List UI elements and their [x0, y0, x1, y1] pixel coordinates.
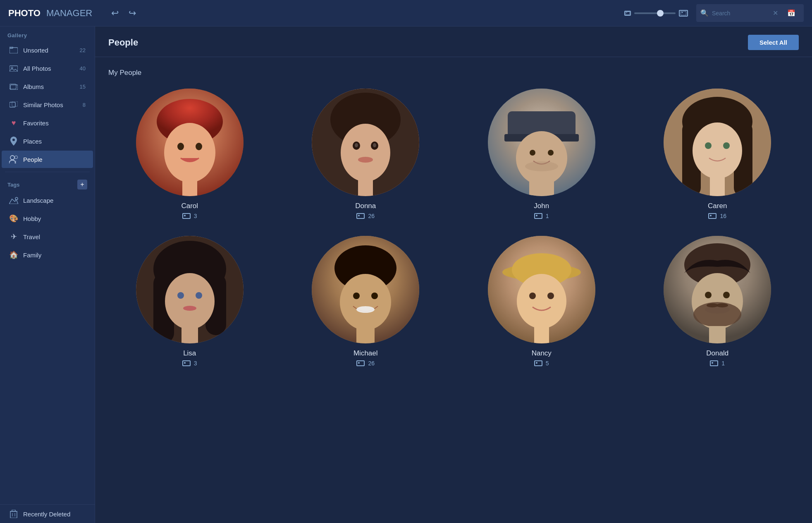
- person-info-nancy: Nancy 5: [532, 349, 552, 367]
- svg-point-48: [693, 122, 742, 179]
- person-count-nancy: 5: [534, 360, 549, 367]
- search-input[interactable]: [712, 10, 768, 17]
- sidebar-item-travel-label: Travel: [23, 233, 86, 240]
- svg-point-49: [705, 142, 712, 149]
- hobby-icon: 🎨: [9, 214, 18, 223]
- sidebar-item-people-label: People: [23, 156, 86, 163]
- person-info-lisa: Lisa 3: [182, 349, 197, 367]
- svg-rect-26: [182, 175, 197, 196]
- avatar-donna: [312, 89, 419, 196]
- sidebar-item-all-photos-label: All Photos: [23, 65, 75, 72]
- svg-rect-60: [182, 325, 198, 343]
- svg-point-40: [530, 150, 535, 156]
- undo-button[interactable]: ↩: [109, 6, 121, 20]
- svg-point-42: [525, 161, 558, 171]
- svg-point-71: [517, 274, 566, 329]
- sidebar-item-hobby[interactable]: 🎨 Hobby: [2, 210, 93, 227]
- svg-point-65: [371, 293, 378, 299]
- person-count-carol: 3: [182, 213, 197, 219]
- photo-icon: [182, 360, 191, 366]
- svg-point-24: [177, 143, 184, 150]
- sidebar-item-travel[interactable]: ✈ Travel: [2, 228, 93, 245]
- sidebar-item-unsorted[interactable]: Unsorted 22: [2, 41, 93, 59]
- sidebar-item-recently-deleted[interactable]: Recently Deleted: [2, 505, 93, 523]
- person-card-caren[interactable]: Caren 16: [636, 89, 799, 219]
- zoom-control: [624, 10, 688, 17]
- person-name-john: John: [534, 202, 549, 210]
- undo-redo-group: ↩ ↪: [109, 6, 139, 20]
- photo-icon: [534, 213, 542, 219]
- albums-icon: [9, 82, 18, 91]
- person-card-lisa[interactable]: Lisa 3: [108, 236, 271, 367]
- photo-icon: [708, 213, 716, 219]
- photo-icon: [182, 213, 191, 219]
- tags-add-button[interactable]: +: [77, 180, 87, 190]
- person-name-caren: Caren: [708, 202, 727, 210]
- person-card-nancy[interactable]: Nancy 5: [460, 236, 623, 367]
- person-count-john: 1: [534, 213, 549, 219]
- sidebar-item-all-photos-count: 40: [80, 65, 86, 72]
- person-card-carol[interactable]: Carol 3: [108, 89, 271, 219]
- content-area: People Select All My People: [95, 26, 812, 523]
- logo-manager: MANAGER: [46, 8, 92, 19]
- person-count-lisa: 3: [182, 360, 197, 367]
- count-value: 16: [720, 213, 726, 219]
- zoom-large-icon: [679, 10, 688, 17]
- person-name-donna: Donna: [355, 202, 376, 210]
- person-count-donna: 26: [356, 213, 375, 219]
- avatar-caren: [664, 89, 771, 196]
- landscape-icon: [9, 196, 18, 205]
- sidebar-item-similar-photos[interactable]: Similar Photos 8: [2, 96, 93, 113]
- favorites-icon: ♥: [9, 118, 18, 127]
- people-icon: [9, 155, 18, 164]
- svg-point-66: [356, 306, 375, 313]
- svg-point-50: [723, 142, 730, 149]
- svg-point-12: [10, 156, 14, 160]
- svg-rect-84: [709, 326, 726, 343]
- svg-point-57: [177, 292, 184, 299]
- svg-rect-67: [356, 326, 375, 343]
- svg-point-33: [373, 143, 376, 147]
- person-card-john[interactable]: John 1: [460, 89, 623, 219]
- photo-icon: [710, 360, 718, 366]
- zoom-slider[interactable]: [634, 12, 676, 14]
- svg-point-56: [165, 273, 215, 329]
- svg-point-13: [15, 156, 18, 159]
- svg-point-59: [183, 306, 196, 311]
- sidebar-item-favorites-label: Favorites: [23, 120, 86, 127]
- person-info-caren: Caren 16: [708, 202, 727, 219]
- sidebar-bottom: Recently Deleted: [0, 504, 95, 523]
- svg-point-34: [358, 157, 373, 163]
- photo-icon: [356, 360, 365, 366]
- search-icon: 🔍: [700, 9, 709, 17]
- search-clear-button[interactable]: ✕: [771, 9, 780, 17]
- count-value: 26: [368, 213, 375, 219]
- person-name-lisa: Lisa: [183, 349, 196, 357]
- avatar-lisa: [136, 236, 244, 343]
- select-all-button[interactable]: Select All: [748, 35, 799, 50]
- person-card-michael[interactable]: Michael 26: [284, 236, 447, 367]
- person-card-donna[interactable]: Donna 26: [284, 89, 447, 219]
- avatar-nancy: [488, 236, 595, 343]
- svg-point-1: [626, 12, 627, 13]
- sidebar-item-people[interactable]: People: [2, 151, 93, 168]
- gallery-section-label: Gallery: [0, 26, 95, 41]
- sidebar-item-landscape[interactable]: Landscape: [2, 192, 93, 209]
- sidebar-item-family[interactable]: 🏠 Family: [2, 246, 93, 264]
- sidebar-item-places[interactable]: Places: [2, 132, 93, 150]
- person-card-donald[interactable]: Donald 1: [636, 236, 799, 367]
- sidebar-item-albums[interactable]: Albums 15: [2, 78, 93, 95]
- unsorted-icon: [9, 46, 18, 55]
- sidebar-item-favorites[interactable]: ♥ Favorites: [2, 114, 93, 132]
- photo-icon: [356, 213, 365, 219]
- sidebar-item-all-photos[interactable]: All Photos 40: [2, 60, 93, 77]
- calendar-button[interactable]: 📅: [783, 7, 800, 19]
- redo-button[interactable]: ↪: [126, 6, 139, 20]
- app-logo: PHOTO MANAGER: [8, 8, 92, 19]
- count-value: 1: [721, 360, 725, 367]
- sidebar-item-unsorted-count: 22: [80, 47, 86, 53]
- person-info-john: John 1: [534, 202, 549, 219]
- svg-point-83: [716, 303, 728, 307]
- svg-point-25: [196, 143, 202, 150]
- sidebar-item-recently-deleted-label: Recently Deleted: [23, 511, 86, 518]
